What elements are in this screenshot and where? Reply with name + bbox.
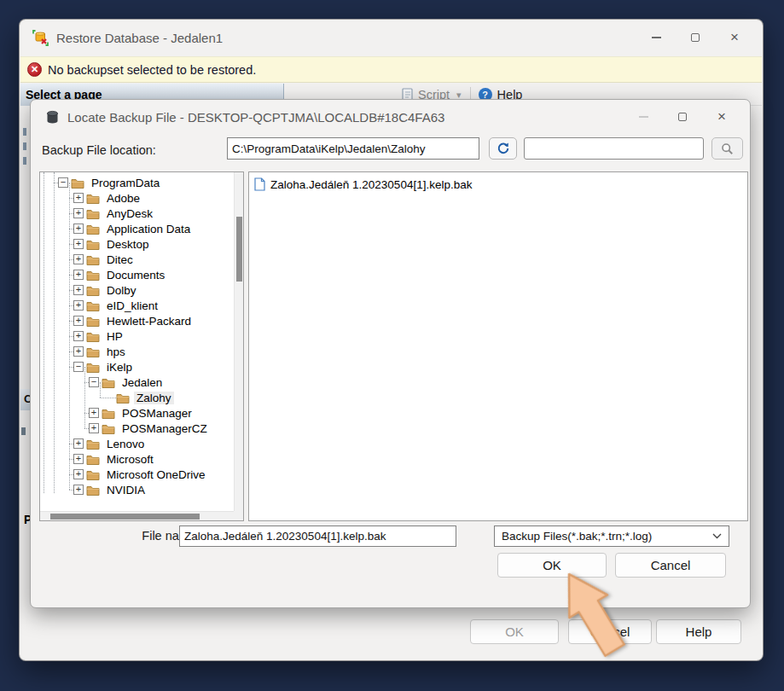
expand-toggle-icon[interactable]: + <box>73 254 84 264</box>
tree-item-microsoft[interactable]: +Microsoft <box>40 451 234 467</box>
scrollbar-corner <box>234 511 243 520</box>
file-type-dropdown[interactable]: Backup Files(*.bak;*.trn;*.log) <box>494 526 729 547</box>
expand-toggle-icon[interactable]: + <box>73 300 84 311</box>
tree-item-label: Application Data <box>104 223 193 235</box>
restore-cancel-button[interactable]: Cancel <box>568 619 652 644</box>
tree-item-programdata[interactable]: −ProgramData <box>40 175 234 190</box>
expand-toggle-icon[interactable]: + <box>73 239 84 249</box>
tree-item-label: AnyDesk <box>104 207 155 220</box>
expand-toggle-icon[interactable]: + <box>73 346 84 357</box>
refresh-button[interactable] <box>489 137 517 160</box>
tree-item-lenovo[interactable]: +Lenovo <box>40 436 234 451</box>
expand-toggle-icon[interactable]: + <box>73 193 84 203</box>
expand-toggle-icon[interactable]: + <box>73 224 84 234</box>
maximize-icon <box>691 33 700 42</box>
backup-file-icon <box>254 177 265 191</box>
minimize-icon <box>639 116 648 117</box>
locate-dialog-title: Locate Backup File - DESKTOP-QCPTJMA\LOC… <box>67 110 444 125</box>
error-icon: ✕ <box>27 62 42 77</box>
expand-toggle-icon[interactable]: + <box>73 485 84 495</box>
expand-toggle-icon[interactable]: + <box>73 469 84 479</box>
scrollbar-thumb[interactable] <box>236 217 242 282</box>
tree-item-application-data[interactable]: +Application Data <box>40 221 234 236</box>
tree-vertical-scrollbar[interactable] <box>234 172 243 511</box>
locate-minimize-button[interactable] <box>624 104 663 130</box>
tree-connector-line <box>100 398 116 398</box>
tree-item-hewlett-packard[interactable]: +Hewlett-Packard <box>40 313 234 328</box>
folder-icon <box>86 438 100 450</box>
tree-item-hp[interactable]: +HP <box>40 328 234 344</box>
tree-item-label: Microsoft <box>104 453 156 466</box>
page-item-icon-fragment <box>23 128 26 136</box>
tree-item-label: Ditec <box>104 253 136 266</box>
search-input[interactable] <box>524 137 704 160</box>
folder-icon <box>86 300 100 311</box>
expand-toggle-icon[interactable]: + <box>73 285 84 295</box>
collapse-toggle-icon[interactable]: − <box>73 362 84 372</box>
folder-icon <box>86 193 100 204</box>
expand-toggle-icon[interactable]: + <box>73 438 84 449</box>
tree-item-ikelp[interactable]: −iKelp <box>40 359 234 375</box>
file-name-input[interactable] <box>179 526 456 547</box>
tree-horizontal-scrollbar[interactable] <box>40 511 234 520</box>
expand-toggle-icon[interactable]: + <box>73 454 84 464</box>
locate-cancel-button[interactable]: Cancel <box>615 553 726 578</box>
folder-icon <box>102 423 115 434</box>
tree-item-adobe[interactable]: +Adobe <box>40 190 234 206</box>
tree-item-microsoft-onedrive[interactable]: +Microsoft OneDrive <box>40 467 234 482</box>
locate-maximize-button[interactable] <box>663 104 702 130</box>
tree-item-label: iKelp <box>104 361 135 374</box>
tree-item-posmanager[interactable]: +POSManager <box>40 405 234 421</box>
tree-item-anydesk[interactable]: +AnyDesk <box>40 206 234 221</box>
expand-toggle-icon[interactable]: + <box>73 208 84 218</box>
tree-item-label: Desktop <box>104 238 152 251</box>
file-list-item[interactable]: Zaloha.Jedáleň 1.20230504[1].kelp.bak <box>254 177 742 192</box>
restore-close-button[interactable]: × <box>715 25 754 50</box>
database-icon <box>45 110 60 125</box>
collapse-toggle-icon[interactable]: − <box>89 377 99 387</box>
restore-dialog-titlebar[interactable]: Restore Database - Jedalen1 × <box>20 20 763 56</box>
locate-backup-file-dialog: Locate Backup File - DESKTOP-QCPTJMA\LOC… <box>30 99 751 608</box>
error-message-bar: ✕ No backupset selected to be restored. <box>20 56 762 83</box>
page-item-icon-fragment <box>23 157 26 165</box>
scrollbar-thumb[interactable] <box>50 514 200 520</box>
tree-item-label: Adobe <box>104 192 142 205</box>
tree-item-eid-klient[interactable]: +eID_klient <box>40 298 234 313</box>
tree-item-zalohy[interactable]: Zalohy <box>40 390 234 405</box>
tree-item-hps[interactable]: +hps <box>40 344 234 359</box>
locate-dialog-titlebar[interactable]: Locate Backup File - DESKTOP-QCPTJMA\LOC… <box>31 100 750 134</box>
search-button[interactable] <box>711 137 743 160</box>
page-item-icon-fragment <box>23 142 26 150</box>
folder-icon <box>116 392 130 404</box>
restore-maximize-button[interactable] <box>676 25 715 50</box>
tree-item-label: Documents <box>104 269 167 282</box>
expand-toggle-icon[interactable]: + <box>89 408 99 418</box>
tree-item-dolby[interactable]: +Dolby <box>40 282 234 298</box>
expand-toggle-icon[interactable]: + <box>73 316 84 326</box>
restore-minimize-button[interactable] <box>636 25 676 50</box>
tree-item-nvidia[interactable]: +NVIDIA <box>40 482 234 497</box>
maximize-icon <box>678 113 687 121</box>
file-list-panel: Zaloha.Jedáleň 1.20230504[1].kelp.bak <box>248 171 748 521</box>
folder-icon <box>71 177 84 189</box>
tree-item-ditec[interactable]: +Ditec <box>40 252 234 267</box>
restore-dialog-title: Restore Database - Jedalen1 <box>56 31 223 45</box>
restore-help-button[interactable]: Help <box>656 619 741 644</box>
restore-ok-button[interactable]: OK <box>470 619 559 644</box>
expand-toggle-icon[interactable]: + <box>73 270 84 280</box>
tree-item-label: POSManagerCZ <box>119 422 210 435</box>
expand-toggle-icon[interactable]: + <box>73 331 84 341</box>
backup-file-location-input[interactable] <box>227 137 479 160</box>
expand-toggle-icon[interactable]: + <box>89 423 99 433</box>
tree-item-label: Jedalen <box>119 376 165 389</box>
folder-icon <box>86 454 100 465</box>
tree-item-posmanagercz[interactable]: +POSManagerCZ <box>40 421 234 436</box>
collapse-toggle-icon[interactable]: − <box>58 177 68 188</box>
locate-close-button[interactable]: × <box>702 104 741 130</box>
tree-item-jedalen[interactable]: −Jedalen <box>40 375 234 390</box>
locate-ok-button[interactable]: OK <box>497 553 607 578</box>
close-icon: × <box>730 29 739 46</box>
tree-item-documents[interactable]: +Documents <box>40 267 234 282</box>
tree-item-desktop[interactable]: +Desktop <box>40 236 234 252</box>
folder-icon <box>102 408 115 419</box>
